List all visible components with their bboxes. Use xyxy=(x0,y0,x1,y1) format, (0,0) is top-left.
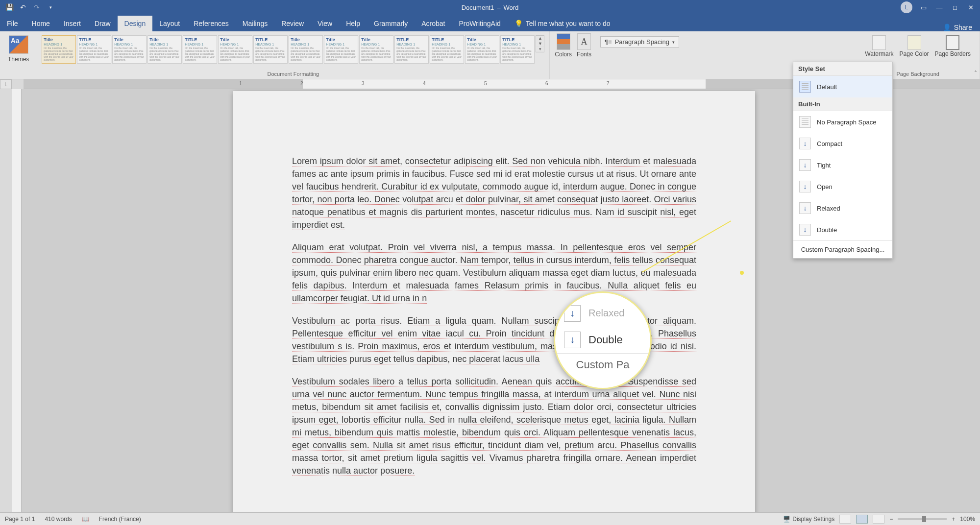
themes-icon xyxy=(9,35,28,54)
ribbon-tabs: File Home Insert Draw Design Layout Refe… xyxy=(0,15,980,31)
magnifier-callout: ↓ Relaxed ↓ Double Custom Pa xyxy=(554,291,652,389)
tab-draw[interactable]: Draw xyxy=(88,16,118,31)
redo-icon[interactable]: ↷ xyxy=(32,3,41,12)
zoom-in-icon[interactable]: + xyxy=(952,516,955,523)
watermark-icon xyxy=(872,35,886,50)
fonts-button[interactable]: A Fonts xyxy=(577,33,591,58)
spacing-option-tight[interactable]: Tight xyxy=(793,154,892,176)
tab-mailings[interactable]: Mailings xyxy=(236,16,274,31)
save-icon[interactable]: 💾 xyxy=(5,3,14,12)
tab-help[interactable]: Help xyxy=(339,16,367,31)
formatting-style-thumb[interactable]: TitleHEADING 1On the insert tab, the gal… xyxy=(359,35,393,64)
ruler-tick: 3 xyxy=(362,81,365,86)
spacing-option-default[interactable]: Default xyxy=(793,76,892,97)
user-avatar[interactable]: L xyxy=(901,1,912,13)
formatting-style-thumb[interactable]: TITLEHEADING 1On the insert tab, the gal… xyxy=(253,35,288,64)
spacing-option-no-space[interactable]: No Paragraph Space xyxy=(793,111,892,133)
spacing-tight-icon xyxy=(799,159,811,171)
formatting-style-thumb[interactable]: TitleHEADING 1On the insert tab, the gal… xyxy=(112,35,147,64)
formatting-style-thumb[interactable]: TitleHEADING 1On the insert tab, the gal… xyxy=(42,35,76,64)
status-page[interactable]: Page 1 of 1 xyxy=(5,516,35,523)
ruler-tick: 6 xyxy=(545,81,548,86)
formatting-style-thumb[interactable]: TITLEHEADING 1On the insert tab, the gal… xyxy=(500,35,535,64)
tab-design[interactable]: Design xyxy=(118,16,153,31)
undo-icon[interactable]: ↶ xyxy=(19,3,27,12)
gallery-scroll[interactable]: ▲▼▾ xyxy=(536,35,544,52)
formatting-style-thumb[interactable]: TITLEHEADING 1On the insert tab, the gal… xyxy=(394,35,429,64)
tab-grammarly[interactable]: Grammarly xyxy=(367,16,415,31)
page-color-button[interactable]: Page Color xyxy=(900,35,929,57)
ribbon-display-options-icon[interactable]: ▭ xyxy=(919,3,928,12)
spacing-default-icon xyxy=(799,81,811,93)
magnifier-custom-row: Custom Pa xyxy=(555,353,650,376)
formatting-style-thumb[interactable]: TITLEHEADING 1On the insert tab, the gal… xyxy=(430,35,464,64)
formatting-style-thumb[interactable]: TitleHEADING 1On the insert tab, the gal… xyxy=(324,35,358,64)
spacing-option-double[interactable]: Double xyxy=(793,219,892,240)
formatting-style-thumb[interactable]: TITLEHEADING 1On the insert tab, the gal… xyxy=(77,35,111,64)
tell-me-search[interactable]: 💡 Tell me what you want to do xyxy=(508,16,617,31)
display-settings-icon: 🖥️ xyxy=(783,516,790,523)
themes-button[interactable]: Themes xyxy=(4,33,33,65)
tab-view[interactable]: View xyxy=(311,16,339,31)
spacing-compact-icon xyxy=(799,138,811,149)
status-proofing-icon[interactable]: 📖 xyxy=(82,516,89,523)
formatting-style-thumb[interactable]: TitleHEADING 1On the insert tab, the gal… xyxy=(465,35,499,64)
chevron-down-icon: ▾ xyxy=(672,40,675,45)
quick-access-toolbar: 💾 ↶ ↷ ▾ xyxy=(0,3,55,12)
document-formatting-gallery[interactable]: TitleHEADING 1On the insert tab, the gal… xyxy=(41,33,545,66)
paragraph[interactable]: Vestibulum sodales libero a tellus porta… xyxy=(292,375,696,477)
formatting-style-thumb[interactable]: TitleHEADING 1On the insert tab, the gal… xyxy=(218,35,252,64)
tab-layout[interactable]: Layout xyxy=(152,16,187,31)
zoom-slider[interactable] xyxy=(898,518,947,520)
spacing-relaxed-icon: ↓ xyxy=(564,305,581,322)
spacing-option-open[interactable]: Open xyxy=(793,176,892,197)
tab-prowritingaid[interactable]: ProWritingAid xyxy=(452,16,507,31)
share-button[interactable]: 👤 Share xyxy=(935,24,980,31)
title-bar: 💾 ↶ ↷ ▾ Document1 – Word L ▭ — □ ✕ xyxy=(0,0,980,15)
callout-dot xyxy=(740,271,744,275)
magnifier-double-row: ↓ Double xyxy=(555,327,650,353)
spacing-option-custom[interactable]: Custom Paragraph Spacing... xyxy=(793,241,892,258)
zoom-level[interactable]: 100% xyxy=(960,516,975,523)
document-page[interactable]: Lorem ipsum dolor sit amet, consectetur … xyxy=(233,91,755,512)
ruler-tick: 1 xyxy=(239,81,242,86)
view-web-layout[interactable] xyxy=(873,515,884,524)
paragraph[interactable]: Lorem ipsum dolor sit amet, consectetur … xyxy=(292,155,696,231)
collapse-ribbon-icon[interactable]: ˄ xyxy=(974,70,977,77)
formatting-style-thumb[interactable]: TitleHEADING 1On the insert tab, the gal… xyxy=(289,35,323,64)
maximize-icon[interactable]: □ xyxy=(951,3,959,12)
tab-file[interactable]: File xyxy=(0,16,25,31)
display-settings-button[interactable]: 🖥️ Display Settings xyxy=(783,516,834,523)
tab-review[interactable]: Review xyxy=(274,16,311,31)
spacing-nospace-icon xyxy=(799,116,811,128)
paragraph-spacing-button[interactable]: ¶≡ Paragraph Spacing ▾ xyxy=(600,36,679,48)
zoom-out-icon[interactable]: − xyxy=(889,516,893,523)
paragraph[interactable]: Aliquam erat volutpat. Proin vel viverra… xyxy=(292,241,696,305)
colors-button[interactable]: Colors xyxy=(555,33,572,58)
minimize-icon[interactable]: — xyxy=(935,3,944,12)
tab-references[interactable]: References xyxy=(187,16,236,31)
tab-insert[interactable]: Insert xyxy=(57,16,88,31)
watermark-button[interactable]: Watermark xyxy=(865,35,893,57)
status-language[interactable]: French (France) xyxy=(99,516,141,523)
tab-acrobat[interactable]: Acrobat xyxy=(415,16,452,31)
spacing-double-icon xyxy=(799,224,811,236)
tab-home[interactable]: Home xyxy=(25,16,57,31)
status-word-count[interactable]: 410 words xyxy=(45,516,72,523)
ruler-tick: 5 xyxy=(484,81,487,86)
qat-customize-icon[interactable]: ▾ xyxy=(46,3,55,12)
ruler-tick: 7 xyxy=(607,81,610,86)
app-name: Word xyxy=(503,4,518,11)
spacing-option-relaxed[interactable]: Relaxed xyxy=(793,197,892,219)
document-formatting-label: Document Formatting xyxy=(41,71,545,78)
formatting-style-thumb[interactable]: TITLEHEADING 1On the insert tab, the gal… xyxy=(183,35,217,64)
page-borders-button[interactable]: Page Borders xyxy=(935,35,971,57)
vertical-ruler[interactable] xyxy=(12,89,22,512)
view-read-mode[interactable] xyxy=(839,515,851,524)
close-icon[interactable]: ✕ xyxy=(966,3,975,12)
view-print-layout[interactable] xyxy=(856,515,868,524)
formatting-style-thumb[interactable]: TitleHEADING 1On the insert tab, the gal… xyxy=(147,35,182,64)
page-borders-icon xyxy=(946,35,959,50)
ruler-corner[interactable]: L xyxy=(0,79,12,89)
spacing-option-compact[interactable]: Compact xyxy=(793,133,892,154)
